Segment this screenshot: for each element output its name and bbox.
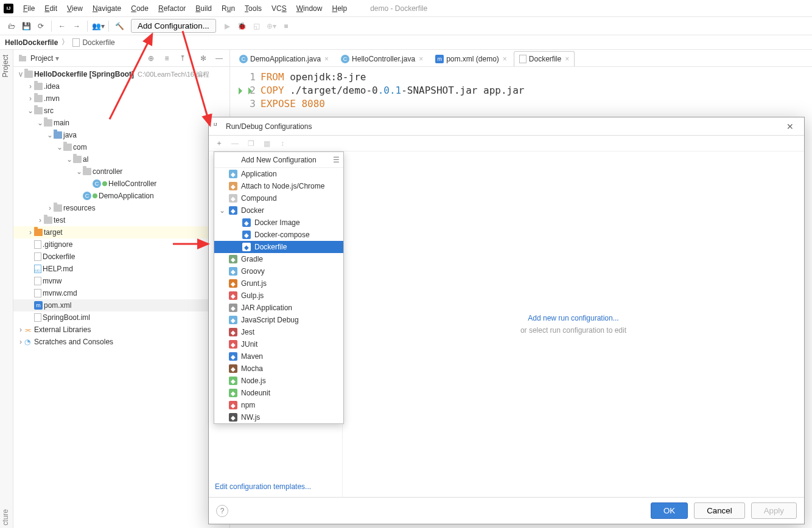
run-icon[interactable]: ▶ xyxy=(221,19,234,33)
menu-window[interactable]: Window xyxy=(292,2,327,15)
back-icon[interactable]: ← xyxy=(55,19,69,33)
project-panel-title[interactable]: Project ▾ xyxy=(18,54,59,63)
move-config-icon[interactable]: ↕ xyxy=(277,139,288,148)
tree-node[interactable]: m pom.xml xyxy=(13,299,229,311)
config-type-item[interactable]: ◆ Docker Image xyxy=(214,217,343,229)
editor-tab[interactable]: mpom.xml (demo)× xyxy=(430,51,513,66)
copy-config-icon[interactable]: ❐ xyxy=(245,139,256,148)
breadcrumb-root[interactable]: HelloDockerfile xyxy=(5,38,58,47)
build-icon[interactable]: 🔨 xyxy=(113,19,126,33)
config-type-item[interactable]: ◆ Grunt.js xyxy=(214,277,343,290)
close-tab-icon[interactable]: × xyxy=(503,55,507,63)
tree-node[interactable]: .gitignore xyxy=(13,238,229,251)
menu-tools[interactable]: Tools xyxy=(240,2,267,15)
add-config-icon[interactable]: ＋ xyxy=(214,138,225,148)
menu-edit[interactable]: Edit xyxy=(40,2,62,15)
config-type-item[interactable]: ◆ Attach to Node.js/Chrome xyxy=(214,180,343,192)
tree-node[interactable]: mvnw xyxy=(13,275,229,287)
tree-node[interactable]: SpringBoot.iml xyxy=(13,311,229,324)
breadcrumb-file[interactable]: Dockerfile xyxy=(72,38,114,47)
debug-icon[interactable]: 🐞 xyxy=(236,19,249,33)
save-icon[interactable]: 💾 xyxy=(19,19,33,33)
dialog-close-icon[interactable]: ✕ xyxy=(781,122,799,131)
menu-run[interactable]: Run xyxy=(217,2,240,15)
config-type-item[interactable]: ◆ JAR Application xyxy=(214,302,343,314)
help-icon[interactable]: ? xyxy=(216,505,228,517)
tree-node[interactable]: C DemoApplication xyxy=(13,190,229,202)
menu-code[interactable]: Code xyxy=(126,2,153,15)
profile-icon[interactable]: ⊕▾ xyxy=(265,19,278,33)
tree-node[interactable]: ⌄ main xyxy=(13,117,229,129)
save-config-icon[interactable]: ▦ xyxy=(261,139,272,148)
menu-build[interactable]: Build xyxy=(191,2,217,15)
tree-root[interactable]: v HelloDockerfile [SpringBoot] C:\00Lear… xyxy=(13,68,229,80)
tree-node[interactable]: › resources xyxy=(13,202,229,214)
users-icon[interactable]: 👥▾ xyxy=(91,19,105,33)
edit-templates-link[interactable]: Edit configuration templates... xyxy=(209,476,342,497)
tree-node[interactable]: mvnw.cmd xyxy=(13,287,229,299)
close-tab-icon[interactable]: × xyxy=(324,55,329,63)
tree-node[interactable]: ⌄ al xyxy=(13,153,229,165)
sync-icon[interactable]: ⟳ xyxy=(34,19,47,33)
tree-node[interactable]: Dockerfile xyxy=(13,251,229,263)
config-type-item[interactable]: ◆ Compound xyxy=(214,192,343,204)
collapse-all-icon[interactable]: ⤒ xyxy=(177,53,188,64)
add-configuration-button[interactable]: Add Configuration... xyxy=(131,19,216,33)
tree-node[interactable]: › .idea xyxy=(13,80,229,92)
config-type-item[interactable]: ◆ Jest xyxy=(214,326,343,338)
config-type-item[interactable]: ⌄ ◆ Docker xyxy=(214,204,343,217)
config-type-item[interactable]: ◆ Dockerfile xyxy=(214,241,343,253)
tree-node[interactable]: ⌄ com xyxy=(13,141,229,153)
project-toolwindow-tab[interactable]: Project xyxy=(0,50,11,82)
tree-node[interactable]: › target xyxy=(13,226,229,238)
apply-button[interactable]: Apply xyxy=(751,502,797,519)
code-editor[interactable]: 1 ⏵⏵ 2 3 FROM openjdk:8-jre COPY ./targe… xyxy=(230,67,812,114)
config-type-item[interactable]: ◆ Groovy xyxy=(214,265,343,277)
config-type-item[interactable]: ◆ npm xyxy=(214,399,343,411)
config-type-item[interactable]: ◆ Gradle xyxy=(214,253,343,265)
menu-file[interactable]: File xyxy=(18,2,40,15)
forward-icon[interactable]: → xyxy=(70,19,83,33)
structure-toolwindow-tab[interactable]: cture xyxy=(1,509,10,526)
config-type-item[interactable]: ◆ JUnit xyxy=(214,338,343,350)
remove-config-icon[interactable]: — xyxy=(229,139,240,148)
config-type-item[interactable]: ◆ Application xyxy=(214,168,343,180)
menu-help[interactable]: Help xyxy=(327,2,352,15)
project-tree[interactable]: v HelloDockerfile [SpringBoot] C:\00Lear… xyxy=(13,67,229,349)
tree-node[interactable]: ⌄ src xyxy=(13,105,229,117)
tree-node[interactable]: › test xyxy=(13,214,229,226)
tree-node[interactable]: ⌄ controller xyxy=(13,165,229,178)
cancel-button[interactable]: Cancel xyxy=(694,502,745,519)
menu-vcs[interactable]: VCS xyxy=(267,2,292,15)
editor-tab[interactable]: CHelloController.java× xyxy=(335,51,429,66)
tree-scratches[interactable]: ›◔ Scratches and Consoles xyxy=(13,336,229,348)
config-type-item[interactable]: ◆ Docker-compose xyxy=(214,229,343,241)
config-type-item[interactable]: ◆ JavaScript Debug xyxy=(214,314,343,326)
tree-node[interactable]: HELP.md xyxy=(13,263,229,275)
expand-all-icon[interactable]: ≡ xyxy=(161,53,172,64)
open-icon[interactable]: 🗁 xyxy=(5,19,18,33)
add-new-run-config-link[interactable]: Add new run configuration... xyxy=(528,314,618,322)
editor-tab[interactable]: CDemoApplication.java× xyxy=(234,51,334,66)
popup-settings-icon[interactable]: ☰ xyxy=(333,156,340,164)
config-type-item[interactable]: ◆ Node.js xyxy=(214,375,343,387)
tree-node[interactable]: C HelloController xyxy=(13,178,229,190)
hide-icon[interactable]: — xyxy=(214,53,225,64)
config-type-item[interactable]: ◆ NW.js xyxy=(214,411,343,423)
tree-external-libraries[interactable]: ›⫘ External Libraries xyxy=(13,324,229,336)
config-type-item[interactable]: ◆ Nodeunit xyxy=(214,387,343,399)
tree-node[interactable]: ⌄ java xyxy=(13,129,229,141)
close-tab-icon[interactable]: × xyxy=(419,55,423,63)
ok-button[interactable]: OK xyxy=(651,502,688,519)
close-tab-icon[interactable]: × xyxy=(565,55,569,63)
menu-view[interactable]: View xyxy=(62,2,88,15)
menu-refactor[interactable]: Refactor xyxy=(153,2,191,15)
tree-node[interactable]: › .mvn xyxy=(13,92,229,105)
editor-tab[interactable]: Dockerfile× xyxy=(514,51,575,66)
config-type-item[interactable]: ◆ Mocha xyxy=(214,363,343,375)
menu-navigate[interactable]: Navigate xyxy=(88,2,126,15)
config-type-item[interactable]: ◆ Maven xyxy=(214,350,343,363)
config-type-item[interactable]: ◆ Gulp.js xyxy=(214,290,343,302)
stop-icon[interactable]: ■ xyxy=(279,19,293,33)
coverage-icon[interactable]: ◱ xyxy=(250,19,264,33)
